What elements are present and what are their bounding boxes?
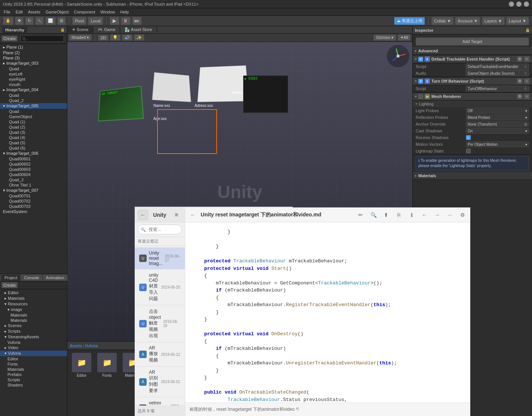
component-enabled-3[interactable] bbox=[418, 94, 423, 99]
pause-button[interactable]: ⏸ bbox=[121, 17, 131, 25]
note-item-4[interactable]: A AR 播放视频 2019-06-12 bbox=[135, 342, 185, 367]
breadcrumb-vuforia[interactable]: Vuforia bbox=[85, 343, 98, 348]
list-item[interactable]: ▾ Resources bbox=[0, 301, 67, 307]
list-item[interactable]: ▸ Materials bbox=[0, 296, 67, 301]
hierarchy-search[interactable] bbox=[21, 35, 64, 42]
rotate-tool[interactable]: ↻ bbox=[25, 17, 34, 25]
list-item[interactable]: Quad00703 bbox=[0, 204, 67, 209]
rect-tool[interactable]: ⬜ bbox=[45, 17, 56, 25]
list-item[interactable]: Fonts bbox=[0, 361, 67, 367]
value-light-probes[interactable]: Off▾ bbox=[466, 108, 529, 114]
component-menu-2[interactable]: ≡ bbox=[524, 78, 530, 84]
list-item[interactable]: Quad00602 bbox=[0, 161, 67, 167]
list-item[interactable]: ▾ StreamingAssets bbox=[0, 334, 67, 340]
component-header-2[interactable]: ▾ ✓ S Turn Off Behaviour (Script) ⚙ ≡ bbox=[413, 77, 532, 85]
list-item[interactable]: Plane (3) bbox=[0, 55, 67, 61]
markdown-prev-button[interactable]: ← bbox=[419, 210, 429, 220]
value-anchor-override[interactable]: None (Transform)⊙ bbox=[466, 121, 529, 127]
note-item-6[interactable]: V vetrex animation import 2019-05-17 bbox=[135, 397, 185, 406]
component-enabled-2[interactable]: ✓ bbox=[418, 79, 423, 84]
markdown-more-button[interactable]: ··· bbox=[445, 210, 455, 220]
list-item[interactable]: Quad (3) bbox=[0, 130, 67, 135]
collab-button[interactable]: Collab ▼ bbox=[431, 17, 453, 25]
value-motion-vectors[interactable]: Per Object Motion▾ bbox=[466, 141, 529, 147]
asset-fonts[interactable]: 📁 Fonts bbox=[96, 353, 118, 413]
project-create-button[interactable]: Create bbox=[1, 282, 18, 288]
pivot-button[interactable]: Pivot bbox=[72, 17, 86, 25]
list-item[interactable]: Shaders bbox=[0, 382, 67, 388]
list-item[interactable]: Quad_2 bbox=[0, 177, 67, 182]
list-item[interactable]: ▾ ImageTarget_007 bbox=[0, 188, 67, 193]
list-item[interactable]: Editor bbox=[0, 356, 67, 361]
list-item[interactable]: Quad00604 bbox=[0, 172, 67, 177]
list-item[interactable]: Scripts bbox=[0, 377, 67, 382]
menu-file[interactable]: File bbox=[1, 9, 13, 15]
hand-tool[interactable]: ✋ bbox=[3, 17, 13, 25]
markdown-search-button[interactable]: 🔍 bbox=[369, 210, 378, 220]
list-item[interactable]: EventSystem bbox=[0, 209, 67, 214]
component-header-1[interactable]: ▾ ✓ S Default Trackable Event Handler (S… bbox=[413, 55, 532, 63]
list-item[interactable]: Quad (4) bbox=[0, 135, 67, 140]
component-menu-3[interactable]: ≡ bbox=[524, 93, 530, 99]
list-item[interactable]: ▸ ImageTarget_004 bbox=[0, 87, 67, 93]
menu-component[interactable]: Component bbox=[71, 9, 97, 15]
list-item[interactable]: Quad00702 bbox=[0, 198, 67, 204]
markdown-share-button[interactable]: ⬆ bbox=[381, 210, 391, 220]
list-item[interactable]: Quad00601 bbox=[0, 156, 67, 161]
menu-help[interactable]: Help bbox=[118, 9, 131, 15]
list-item[interactable]: Quad bbox=[0, 109, 67, 114]
materials-section-header[interactable]: ▸ Materials bbox=[413, 172, 532, 179]
list-item[interactable]: Quad (6) bbox=[0, 145, 67, 151]
list-item[interactable]: Vuforia bbox=[0, 340, 67, 345]
list-item[interactable]: Quad00701 bbox=[0, 193, 67, 198]
list-item[interactable]: Quad (5) bbox=[0, 140, 67, 145]
component-enabled-1[interactable]: ✓ bbox=[418, 57, 423, 62]
list-item[interactable]: ▸ ImageTarget_003 bbox=[0, 61, 67, 66]
list-item[interactable]: ▸ Video bbox=[0, 345, 67, 351]
animation-tab[interactable]: Animation bbox=[43, 275, 67, 281]
account-button[interactable]: Account ▼ bbox=[455, 17, 480, 25]
scene-gizmo[interactable] bbox=[387, 45, 409, 67]
scale-tool[interactable]: ⤡ bbox=[35, 17, 44, 25]
value-lightmap-static[interactable] bbox=[466, 148, 471, 154]
menu-edit[interactable]: Edit bbox=[13, 9, 25, 15]
lighting-subsection[interactable]: ▾ Lighting bbox=[413, 101, 532, 107]
all-button[interactable]: ✦All bbox=[398, 34, 411, 41]
value-script-1[interactable]: DefaultTrackableEventHandler ⊙ bbox=[466, 64, 529, 70]
list-item[interactable]: mouth bbox=[0, 82, 67, 87]
notes-menu-button[interactable]: ≡ bbox=[171, 210, 182, 220]
markdown-back-button[interactable]: ← bbox=[188, 210, 198, 220]
note-item-2[interactable]: U unity C4D 材质导入问题 2019-06-25 bbox=[135, 269, 185, 305]
transform-tool[interactable]: ⊞ bbox=[57, 17, 66, 25]
markdown-edit-button[interactable]: ✏ bbox=[356, 210, 366, 220]
scene-tab[interactable]: ☀ Scene bbox=[67, 27, 93, 33]
list-item[interactable]: Quad bbox=[0, 66, 67, 71]
step-button[interactable]: ⏭ bbox=[132, 17, 142, 25]
markdown-next-button[interactable]: → bbox=[432, 210, 442, 220]
note-item-1[interactable]: U Unity reset Imag... 2019-06-27 bbox=[135, 247, 185, 269]
component-gear-2[interactable]: ⚙ bbox=[517, 78, 523, 84]
list-item[interactable]: ▸ Plane (1) bbox=[0, 44, 67, 50]
list-item[interactable]: Plane (2) bbox=[0, 50, 67, 55]
component-gear-3[interactable]: ⚙ bbox=[517, 93, 523, 99]
list-item[interactable]: Materials bbox=[0, 312, 67, 318]
list-item[interactable]: ▸ Scenes bbox=[0, 323, 67, 329]
hierarchy-tab[interactable]: Hierarchy bbox=[2, 27, 27, 33]
component-menu-1[interactable]: ≡ bbox=[524, 56, 530, 62]
console-tab[interactable]: Console bbox=[21, 275, 42, 281]
list-item[interactable]: ▾ ImageTarget_006 bbox=[0, 151, 67, 156]
list-item[interactable]: GameObject bbox=[0, 114, 67, 119]
menu-gameobject[interactable]: GameObject bbox=[43, 9, 71, 15]
markdown-copy-button[interactable]: ⎘ bbox=[394, 210, 404, 220]
list-item[interactable]: eyeRight bbox=[0, 77, 67, 82]
lights-button[interactable]: 💡 bbox=[110, 34, 120, 41]
layout-button[interactable]: Layout ▼ bbox=[506, 17, 529, 25]
minimize-button[interactable]: ─ bbox=[509, 1, 514, 7]
notes-back-button[interactable]: ← bbox=[138, 210, 148, 220]
list-item[interactable]: Materials bbox=[0, 367, 67, 372]
breadcrumb-assets[interactable]: Assets bbox=[70, 343, 82, 348]
menu-window[interactable]: Window bbox=[98, 9, 117, 15]
add-target-button[interactable]: Add Target bbox=[416, 37, 529, 46]
layers-button[interactable]: Layers ▼ bbox=[482, 17, 505, 25]
component-header-3[interactable]: ▾ M Mesh Renderer ⚙ ≡ bbox=[413, 92, 532, 101]
